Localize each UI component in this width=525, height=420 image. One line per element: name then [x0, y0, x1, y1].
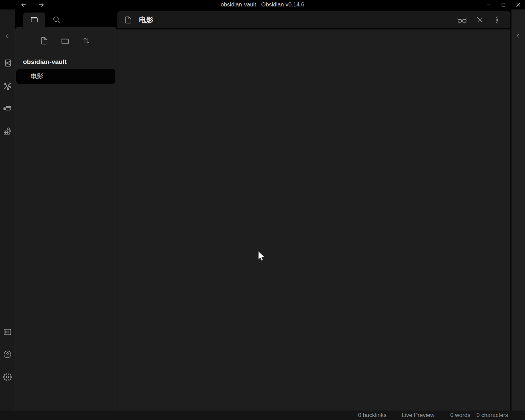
expand-right-sidebar-button[interactable] — [515, 32, 522, 39]
close-tab-button[interactable] — [475, 16, 484, 24]
close-icon — [515, 1, 522, 8]
command-palette-button[interactable] — [3, 104, 12, 112]
title-bar: obsidian-vault - Obsidian v0.14.6 — [0, 0, 525, 9]
document-title[interactable]: 电影 — [139, 11, 153, 28]
collapse-left-sidebar-button[interactable] — [3, 32, 12, 40]
character-count: 0 characters — [476, 412, 508, 419]
quick-switcher-button[interactable] — [3, 59, 12, 67]
quick-switcher-icon — [3, 59, 12, 67]
chevron-left-icon — [515, 32, 522, 39]
file-item-selected[interactable]: 电影 — [16, 69, 115, 84]
sort-order-icon — [82, 37, 91, 45]
window-title: obsidian-vault - Obsidian v0.14.6 — [0, 0, 525, 9]
vault-icon — [3, 328, 12, 336]
right-sidebar-collapsed — [511, 9, 525, 411]
editor-pane: 电影 — [117, 11, 510, 411]
word-count: 0 words — [450, 412, 471, 419]
graph-view-button[interactable] — [3, 82, 12, 90]
settings-button[interactable] — [3, 373, 12, 381]
file-icon — [124, 16, 132, 24]
new-note-icon — [40, 37, 48, 45]
chevron-left-icon — [4, 32, 11, 40]
sort-order-button[interactable] — [82, 36, 91, 45]
editor-mode-status[interactable]: Live Preview — [402, 412, 434, 419]
new-folder-button[interactable] — [61, 36, 69, 45]
maximize-button[interactable] — [499, 1, 507, 9]
left-ribbon — [0, 9, 15, 411]
minimize-button[interactable] — [484, 1, 493, 9]
tab-file-explorer[interactable] — [23, 13, 45, 27]
close-icon — [476, 16, 484, 24]
reading-mode-button[interactable] — [458, 16, 466, 24]
reading-mode-icon — [457, 15, 467, 25]
status-bar: 0 backlinks Live Preview 0 words 0 chara… — [0, 411, 525, 420]
help-icon — [3, 350, 12, 359]
random-note-button[interactable] — [3, 127, 12, 135]
vault-switcher-button[interactable] — [3, 328, 12, 336]
minimize-icon — [485, 2, 492, 8]
command-palette-icon — [3, 104, 12, 113]
gear-icon — [3, 373, 12, 381]
graph-view-icon — [3, 82, 12, 90]
editor-content[interactable] — [117, 30, 510, 411]
search-icon — [52, 16, 61, 24]
file-item-label: 电影 — [30, 69, 43, 84]
new-folder-icon — [61, 37, 69, 45]
vault-title[interactable]: obsidian-vault — [23, 58, 67, 66]
file-explorer-panel: obsidian-vault 电影 — [15, 27, 117, 411]
more-options-button[interactable] — [493, 16, 502, 24]
folder-icon — [30, 16, 39, 24]
tab-search[interactable] — [52, 16, 61, 24]
help-button[interactable] — [3, 350, 12, 358]
file-explorer-toolbar — [15, 27, 117, 51]
backlink-count[interactable]: 0 backlinks — [358, 412, 386, 419]
new-note-button[interactable] — [40, 36, 48, 45]
more-options-icon — [493, 16, 501, 24]
close-window-button[interactable] — [514, 1, 522, 9]
maximize-icon — [500, 2, 506, 8]
editor-tab-header: 电影 — [117, 11, 510, 29]
random-note-icon — [3, 127, 12, 135]
